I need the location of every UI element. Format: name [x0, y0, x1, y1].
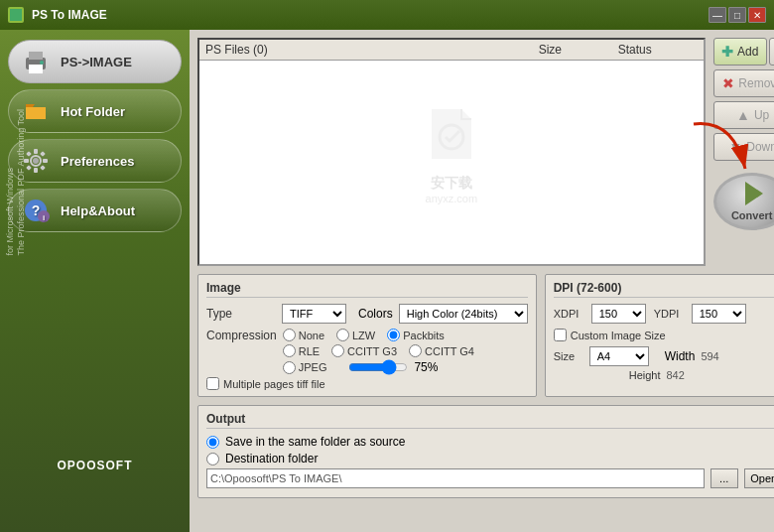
- compression-options: None LZW Packbits RLE: [283, 329, 474, 374]
- svg-rect-2: [29, 52, 43, 60]
- color-select[interactable]: High Color (24bits): [399, 304, 528, 324]
- svg-rect-5: [26, 107, 46, 119]
- svg-text:i: i: [43, 213, 45, 222]
- radio-packbits: Packbits: [387, 329, 445, 341]
- output-option1-radio[interactable]: [206, 436, 219, 449]
- brand-label: OPOOSOFT: [0, 459, 190, 472]
- window-controls: — □ ✕: [709, 7, 766, 23]
- sidebar-item-help-about-label: Help&About: [61, 203, 135, 218]
- col-files: PS Files (0): [205, 43, 539, 57]
- radio-lzw: LZW: [336, 329, 375, 341]
- title-bar-left: PS To IMAGE: [8, 7, 107, 23]
- play-icon: [745, 182, 763, 205]
- image-panel: Image Type TIFF Colors High Color (24bit…: [197, 274, 537, 397]
- width-value: 594: [701, 350, 730, 362]
- radio-rle-input[interactable]: [283, 344, 296, 357]
- app-title: PS To IMAGE: [32, 8, 107, 22]
- bottom-panels: Image Type TIFF Colors High Color (24bit…: [197, 274, 774, 397]
- compression-row: Compression None LZW Packbits: [206, 329, 528, 374]
- height-value: 842: [666, 369, 696, 381]
- sidebar-item-help-about[interactable]: ? i Help&About: [8, 189, 182, 232]
- size-label: Size: [554, 350, 583, 362]
- app-icon: [8, 7, 24, 23]
- dpi-panel-title: DPI (72-600): [554, 281, 774, 298]
- compression-label: Compression: [206, 329, 277, 342]
- path-dots-button[interactable]: ...: [710, 468, 738, 488]
- main-container: PS->IMAGE Hot Folder: [0, 30, 774, 532]
- radio-packbits-input[interactable]: [387, 329, 400, 341]
- type-label: Type: [206, 307, 276, 321]
- open-button[interactable]: Open: [744, 468, 774, 488]
- svg-point-7: [33, 158, 39, 164]
- sidebar: PS->IMAGE Hot Folder: [0, 30, 190, 532]
- sidebar-vertical-text: The Professional PDF Authoring Toolfor M…: [5, 109, 27, 255]
- output-panel-title: Output: [206, 412, 774, 429]
- radio-none: None: [283, 329, 324, 341]
- multiple-pages-row: Multiple pages tiff file: [206, 377, 528, 390]
- add-row: ✚ Add ...: [713, 38, 774, 66]
- dpi-row: XDPI 150 YDPI 150: [554, 304, 774, 324]
- top-panel: PS Files (0) Size Status 安下载 a: [197, 38, 774, 266]
- multiple-pages-label: Multiple pages tiff file: [223, 378, 325, 390]
- svg-rect-13: [40, 151, 46, 157]
- xdpi-label: XDPI: [554, 308, 583, 320]
- output-path-row: ... Open: [206, 468, 774, 488]
- watermark: 安下载 anyxz.com: [422, 99, 481, 204]
- red-arrow-indicator: [684, 114, 763, 184]
- add-button[interactable]: ✚ Add: [713, 38, 767, 66]
- svg-point-4: [40, 61, 44, 65]
- compression-row2: RLE CCITT G3 CCITT G4: [283, 344, 474, 357]
- remove-button[interactable]: ✖ Remove: [713, 69, 774, 97]
- add-dots-button[interactable]: ...: [769, 38, 774, 66]
- svg-rect-8: [34, 149, 38, 154]
- sidebar-item-preferences[interactable]: Preferences: [8, 139, 182, 183]
- output-option1-label: Save in the same folder as source: [225, 435, 405, 449]
- xdpi-select[interactable]: 150: [591, 304, 646, 324]
- type-row: Type TIFF Colors High Color (24bits): [206, 304, 528, 324]
- type-select[interactable]: TIFF: [282, 304, 346, 324]
- svg-rect-14: [26, 165, 32, 171]
- side-buttons: ✚ Add ... ✖ Remove ▲ Up ▼ Down: [713, 38, 774, 266]
- compression-row3: JPEG 75%: [283, 360, 474, 374]
- file-list-body[interactable]: 安下载 anyxz.com: [199, 61, 704, 264]
- convert-area: Convert: [713, 169, 774, 230]
- radio-ccittg4-input[interactable]: [409, 344, 422, 357]
- height-row: Height 842: [554, 369, 774, 381]
- svg-rect-9: [34, 168, 38, 173]
- image-panel-title: Image: [206, 281, 528, 298]
- col-size: Size: [539, 43, 618, 57]
- sidebar-item-ps-image[interactable]: PS->IMAGE: [8, 40, 182, 83]
- radio-none-input[interactable]: [283, 329, 296, 341]
- radio-rle: RLE: [283, 344, 320, 357]
- sidebar-item-ps-image-label: PS->IMAGE: [61, 55, 132, 69]
- title-bar: PS To IMAGE — □ ✕: [0, 0, 774, 30]
- radio-ccittg3: CCITT G3: [331, 344, 397, 357]
- height-label: Height: [629, 369, 661, 381]
- svg-rect-11: [43, 159, 48, 163]
- jpeg-quality-slider[interactable]: [348, 360, 408, 374]
- radio-ccittg4: CCITT G4: [409, 344, 474, 357]
- maximize-button[interactable]: □: [728, 7, 746, 23]
- output-option1-row: Save in the same folder as source: [206, 435, 774, 449]
- minimize-button[interactable]: —: [709, 7, 726, 23]
- ydpi-select[interactable]: 150: [692, 304, 746, 324]
- ydpi-label: YDPI: [654, 308, 684, 320]
- output-path-input[interactable]: [206, 468, 705, 488]
- output-option2-radio[interactable]: [206, 453, 219, 466]
- custom-size-label: Custom Image Size: [571, 330, 666, 341]
- radio-lzw-input[interactable]: [336, 329, 349, 341]
- size-select[interactable]: A4: [589, 346, 649, 366]
- radio-ccittg3-input[interactable]: [331, 344, 344, 357]
- colors-label: Colors: [358, 307, 393, 321]
- sidebar-item-hot-folder[interactable]: Hot Folder: [8, 89, 182, 133]
- radio-jpeg-input[interactable]: [283, 361, 296, 374]
- radio-jpeg: JPEG: [283, 360, 327, 374]
- custom-size-checkbox[interactable]: [554, 329, 567, 341]
- jpeg-quality-value: 75%: [414, 360, 438, 374]
- file-list-area: PS Files (0) Size Status 安下载 a: [197, 38, 706, 266]
- content-area: PS Files (0) Size Status 安下载 a: [190, 30, 774, 532]
- multiple-pages-checkbox[interactable]: [206, 377, 219, 390]
- compression-row1: None LZW Packbits: [283, 329, 474, 341]
- close-button[interactable]: ✕: [748, 7, 766, 23]
- jpeg-slider-area: 75%: [348, 360, 438, 374]
